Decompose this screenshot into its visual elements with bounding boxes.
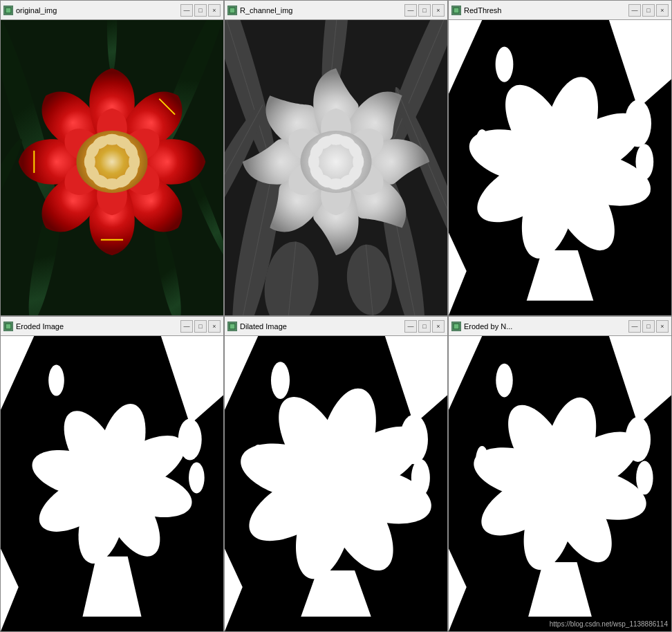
window-dilated: Dilated Image — □ × (224, 316, 448, 632)
maximize-btn-eroded2[interactable]: □ (642, 320, 655, 333)
window-r-channel: R_channel_img — □ × (224, 0, 448, 316)
title-bar-original: original_img — □ × (1, 1, 223, 20)
image-area-redthresh (449, 20, 671, 315)
eroded2-image (449, 336, 671, 631)
window-icon-original (3, 6, 13, 15)
window-redthresh: RedThresh — □ × (448, 0, 672, 316)
gray-image (225, 20, 447, 315)
image-area-rchannel (225, 20, 447, 315)
image-area-original (1, 20, 223, 315)
window-icon-eroded (3, 322, 13, 331)
image-area-dilated (225, 336, 447, 631)
svg-rect-7 (6, 324, 10, 328)
minimize-btn-eroded2[interactable]: — (628, 320, 641, 333)
title-bar-rchannel: R_channel_img — □ × (225, 1, 447, 20)
window-icon-redthresh (451, 6, 461, 15)
close-btn-redthresh[interactable]: × (656, 4, 669, 17)
close-btn-dilated[interactable]: × (432, 320, 445, 333)
flower-image (1, 20, 223, 315)
svg-rect-11 (454, 324, 458, 328)
window-icon-eroded2 (451, 322, 461, 331)
eroded-image (1, 336, 223, 631)
window-controls-original: — □ × (180, 4, 221, 17)
minimize-btn-redthresh[interactable]: — (628, 4, 641, 17)
svg-rect-5 (454, 8, 458, 12)
svg-rect-3 (230, 8, 234, 12)
window-controls-rchannel: — □ × (404, 4, 445, 17)
window-eroded: Eroded Image — □ × (0, 316, 224, 632)
window-original-img: original_img — □ × (0, 0, 224, 316)
window-title-dilated: Dilated Image (240, 322, 402, 331)
minimize-btn-eroded[interactable]: — (180, 320, 193, 333)
window-controls-redthresh: — □ × (628, 4, 669, 17)
window-eroded2: Eroded by N... — □ × https://blog.csdn.n… (448, 316, 672, 632)
minimize-btn-original[interactable]: — (180, 4, 193, 17)
maximize-btn-original[interactable]: □ (194, 4, 207, 17)
window-icon-rchannel (227, 6, 237, 15)
window-icon-dilated (227, 322, 237, 331)
svg-rect-1 (6, 8, 10, 12)
watermark: https://blog.csdn.net/wsp_1138886114 (550, 620, 668, 628)
minimize-btn-rchannel[interactable]: — (404, 4, 417, 17)
image-area-eroded (1, 336, 223, 631)
maximize-btn-dilated[interactable]: □ (418, 320, 431, 333)
title-bar-dilated: Dilated Image — □ × (225, 317, 447, 336)
maximize-btn-redthresh[interactable]: □ (642, 4, 655, 17)
maximize-btn-eroded[interactable]: □ (194, 320, 207, 333)
close-btn-eroded[interactable]: × (208, 320, 221, 333)
window-title-eroded: Eroded Image (16, 322, 178, 331)
window-controls-dilated: — □ × (404, 320, 445, 333)
window-title-redthresh: RedThresh (464, 6, 626, 15)
desktop: original_img — □ × R_channel_img — □ × (0, 0, 672, 632)
thresh1-image (449, 20, 671, 315)
image-area-eroded2: https://blog.csdn.net/wsp_1138886114 (449, 336, 671, 631)
window-controls-eroded: — □ × (180, 320, 221, 333)
minimize-btn-dilated[interactable]: — (404, 320, 417, 333)
title-bar-eroded: Eroded Image — □ × (1, 317, 223, 336)
close-btn-eroded2[interactable]: × (656, 320, 669, 333)
title-bar-redthresh: RedThresh — □ × (449, 1, 671, 20)
close-btn-rchannel[interactable]: × (432, 4, 445, 17)
window-controls-eroded2: — □ × (628, 320, 669, 333)
window-title-eroded2: Eroded by N... (464, 322, 626, 331)
window-title-rchannel: R_channel_img (240, 6, 402, 15)
close-btn-original[interactable]: × (208, 4, 221, 17)
window-title-original: original_img (16, 6, 178, 15)
dilated-image (225, 336, 447, 631)
maximize-btn-rchannel[interactable]: □ (418, 4, 431, 17)
title-bar-eroded2: Eroded by N... — □ × (449, 317, 671, 336)
svg-rect-9 (230, 324, 234, 328)
